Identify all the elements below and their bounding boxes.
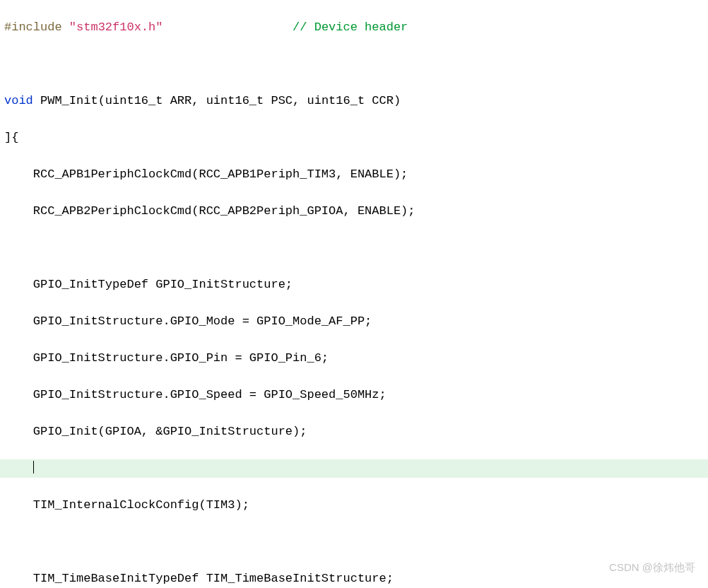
code-line: TIM_TimeBaseInitTypeDef TIM_TimeBaseInit… xyxy=(0,570,708,588)
code-editor[interactable]: #include "stm32f10x.h" // Device header … xyxy=(0,0,708,588)
code-line: void PWM_Init(uint16_t ARR, uint16_t PSC… xyxy=(0,92,708,110)
text-cursor xyxy=(33,461,34,474)
string-token: "stm32f10x.h" xyxy=(69,20,163,34)
comment-token: // Device header xyxy=(293,20,408,34)
code-line: GPIO_InitStructure.GPIO_Pin = GPIO_Pin_6… xyxy=(0,349,708,368)
code-line: TIM_InternalClockConfig(TIM3); xyxy=(0,496,708,514)
code-line: GPIO_InitStructure.GPIO_Speed = GPIO_Spe… xyxy=(0,386,708,404)
code-line xyxy=(0,533,708,551)
watermark-text: CSDN @徐炜他哥 xyxy=(609,558,695,577)
code-line: GPIO_InitTypeDef GPIO_InitStructure; xyxy=(0,276,708,294)
preproc-token: #include xyxy=(4,20,69,34)
code-line xyxy=(0,55,708,74)
code-line: GPIO_InitStructure.GPIO_Mode = GPIO_Mode… xyxy=(0,312,708,331)
code-line xyxy=(0,239,708,257)
code-line-highlighted xyxy=(0,459,708,478)
code-line: RCC_APB1PeriphClockCmd(RCC_APB1Periph_TI… xyxy=(0,165,708,184)
keyword-token: void xyxy=(4,94,33,107)
code-line: #include "stm32f10x.h" // Device header xyxy=(0,18,708,37)
code-line: ]{ xyxy=(0,129,708,147)
code-line: GPIO_Init(GPIOA, &GPIO_InitStructure); xyxy=(0,423,708,441)
code-line: RCC_APB2PeriphClockCmd(RCC_APB2Periph_GP… xyxy=(0,202,708,220)
